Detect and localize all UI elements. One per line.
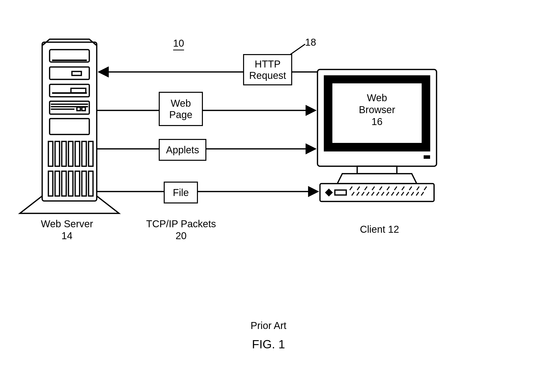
svg-rect-16 (55, 141, 60, 166)
http-line1: HTTP (255, 59, 281, 69)
svg-rect-14 (50, 119, 89, 134)
web-page-box: Web Page (159, 92, 203, 126)
diagram-stage: 10 HTTP Request 18 Web Page Applets File… (0, 0, 537, 392)
applets-box: Applets (159, 139, 206, 161)
svg-rect-28 (89, 171, 93, 196)
client-label: Client 12 (352, 223, 407, 235)
svg-rect-7 (52, 92, 87, 94)
web-server-label: Web Server 14 (30, 218, 104, 242)
svg-rect-18 (68, 141, 73, 166)
webpage-line2: Page (169, 109, 192, 120)
svg-rect-35 (335, 190, 346, 195)
svg-rect-15 (48, 141, 53, 166)
svg-rect-32 (424, 155, 430, 159)
server-tower (20, 39, 119, 213)
svg-rect-17 (62, 141, 66, 166)
svg-rect-23 (55, 171, 60, 196)
webpage-line1: Web (171, 98, 191, 109)
file-box: File (164, 182, 198, 203)
svg-rect-24 (62, 171, 66, 196)
svg-rect-21 (89, 141, 93, 166)
http-line2: Request (249, 70, 286, 81)
svg-line-43 (289, 44, 305, 55)
web-browser-label: Web Browser 16 (332, 92, 422, 128)
svg-rect-2 (52, 60, 87, 61)
svg-rect-26 (75, 171, 80, 196)
figure-ref-10: 10 (169, 37, 189, 50)
svg-rect-12 (77, 107, 80, 111)
tcpip-packets-label: TCP/IP Packets 20 (139, 218, 223, 242)
svg-rect-19 (75, 141, 80, 166)
svg-rect-6 (71, 88, 86, 93)
svg-rect-3 (50, 67, 89, 79)
svg-rect-25 (68, 171, 73, 196)
svg-rect-13 (82, 107, 85, 111)
svg-rect-27 (82, 171, 86, 196)
client-computer (317, 69, 437, 201)
figure-caption: FIG. 1 (0, 337, 537, 351)
http-request-box: HTTP Request (243, 54, 292, 85)
prior-art-caption: Prior Art (0, 320, 537, 331)
svg-rect-4 (72, 71, 81, 75)
svg-rect-22 (48, 171, 53, 196)
svg-rect-20 (82, 141, 86, 166)
http-ref-18: 18 (305, 36, 316, 48)
